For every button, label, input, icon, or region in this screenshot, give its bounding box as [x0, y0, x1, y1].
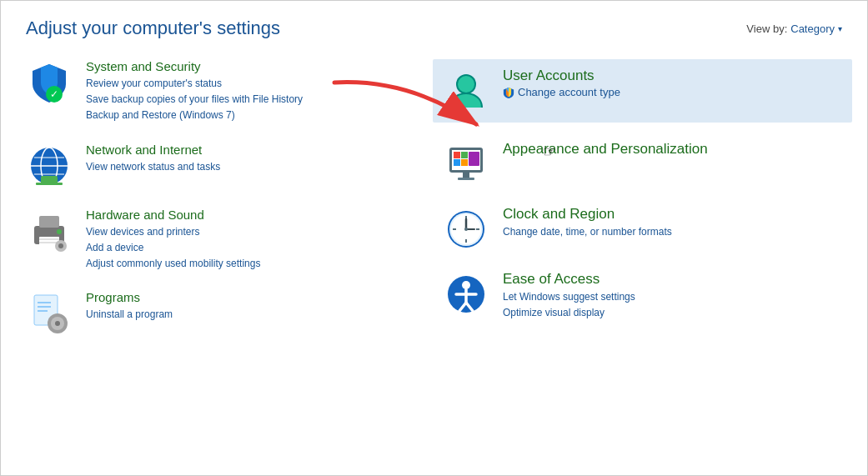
svg-rect-32: [461, 159, 468, 166]
svg-rect-30: [461, 152, 468, 158]
svg-rect-33: [469, 152, 479, 166]
user-accounts-icon: [443, 68, 489, 114]
svg-point-14: [57, 229, 62, 234]
mobility-settings-link[interactable]: Adjust commonly used mobility settings: [86, 256, 426, 272]
visual-display-link[interactable]: Optimize visual display: [503, 305, 842, 321]
clock-title[interactable]: Clock and Region: [503, 206, 842, 223]
system-security-title[interactable]: System and Security: [86, 59, 426, 73]
hardware-icon: [26, 208, 73, 254]
clock-icon: [443, 206, 489, 253]
svg-rect-8: [36, 183, 63, 185]
appearance-text: Appearance and Personalization: [503, 141, 842, 159]
appearance-title[interactable]: Appearance and Personalization: [503, 141, 842, 158]
windows-suggest-link[interactable]: Let Windows suggest settings: [503, 289, 842, 305]
uninstall-program-link[interactable]: Uninstall a program: [86, 307, 426, 323]
main-content: ✓ System and Security Review your comput…: [26, 59, 842, 355]
svg-rect-10: [39, 216, 59, 228]
programs-text: Programs Uninstall a program: [86, 290, 426, 323]
backup-restore-link[interactable]: Backup and Restore (Windows 7): [86, 108, 426, 123]
ease-of-access-icon: [443, 271, 489, 318]
right-column: User Accounts Change account type: [443, 59, 842, 355]
page-title: Adjust your computer's settings: [26, 18, 280, 39]
user-accounts-title[interactable]: User Accounts: [503, 68, 842, 84]
system-security-text: System and Security Review your computer…: [86, 59, 426, 124]
category-item-ease-of-access: Ease of Access Let Windows suggest setti…: [443, 271, 842, 321]
review-computer-status-link[interactable]: Review your computer's status: [86, 76, 426, 92]
svg-rect-21: [38, 310, 48, 312]
svg-rect-35: [458, 178, 474, 180]
category-item-clock: Clock and Region Change date, time, or n…: [443, 206, 842, 253]
ease-of-access-text: Ease of Access Let Windows suggest setti…: [503, 271, 842, 321]
svg-rect-20: [38, 306, 51, 308]
date-time-link[interactable]: Change date, time, or number formats: [503, 224, 842, 240]
svg-point-26: [458, 76, 474, 93]
programs-title[interactable]: Programs: [86, 290, 426, 304]
svg-rect-34: [463, 173, 469, 178]
hardware-text: Hardware and Sound View devices and prin…: [86, 208, 426, 273]
file-history-link[interactable]: Save backup copies of your files with Fi…: [86, 92, 426, 108]
category-item-appearance: Appearance and Personalization: [443, 141, 842, 188]
svg-point-24: [55, 321, 60, 326]
programs-icon: [26, 290, 73, 337]
control-panel-page: Adjust your computer's settings View by:…: [1, 1, 867, 372]
chevron-down-icon[interactable]: ▾: [838, 24, 842, 33]
category-item-hardware: Hardware and Sound View devices and prin…: [26, 208, 426, 273]
category-item-programs: Programs Uninstall a program: [26, 290, 426, 337]
category-item-user-accounts: User Accounts Change account type: [433, 59, 852, 123]
svg-rect-12: [39, 238, 59, 240]
svg-rect-31: [454, 159, 460, 166]
svg-text:✓: ✓: [50, 88, 58, 100]
category-item-network: Network and Internet View network status…: [26, 143, 426, 189]
network-text: Network and Internet View network status…: [86, 143, 426, 175]
header: Adjust your computer's settings View by:…: [26, 18, 842, 39]
svg-rect-29: [454, 152, 460, 158]
view-by-control: View by: Category ▾: [746, 23, 842, 35]
user-accounts-text: User Accounts Change account type: [503, 68, 842, 98]
network-title[interactable]: Network and Internet: [86, 143, 426, 157]
ease-of-access-title[interactable]: Ease of Access: [503, 271, 842, 288]
svg-point-16: [58, 243, 63, 248]
svg-point-45: [464, 228, 468, 231]
network-icon: [26, 143, 73, 189]
svg-rect-19: [38, 302, 51, 303]
category-item-system-security: ✓ System and Security Review your comput…: [26, 59, 426, 124]
left-column: ✓ System and Security Review your comput…: [26, 59, 443, 355]
appearance-icon: [443, 141, 489, 188]
change-account-type-link[interactable]: Change account type: [503, 86, 842, 98]
hardware-title[interactable]: Hardware and Sound: [86, 208, 426, 222]
change-account-type-text[interactable]: Change account type: [518, 86, 620, 98]
view-by-value[interactable]: Category: [790, 23, 835, 35]
devices-printers-link[interactable]: View devices and printers: [86, 224, 426, 240]
add-device-link[interactable]: Add a device: [86, 240, 426, 256]
clock-text: Clock and Region Change date, time, or n…: [503, 206, 842, 240]
view-by-label: View by:: [746, 23, 787, 35]
network-status-link[interactable]: View network status and tasks: [86, 159, 426, 175]
system-security-icon: ✓: [26, 59, 73, 106]
